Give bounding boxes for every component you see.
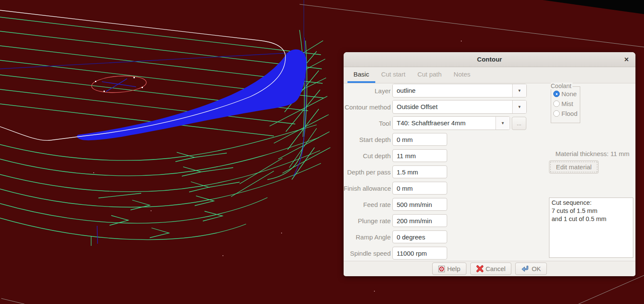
cancel-x-icon	[476, 265, 484, 272]
tool-browse-button[interactable]: ...	[512, 117, 526, 130]
tab-strip: Basic Cut start Cut path Notes	[344, 67, 635, 83]
plunge-rate-label: Plunge rate	[344, 217, 391, 224]
tab-cut-start[interactable]: Cut start	[375, 67, 412, 83]
tab-notes[interactable]: Notes	[448, 67, 476, 83]
layer-row: Layer ▼	[344, 84, 635, 97]
close-icon[interactable]: ✕	[622, 55, 631, 64]
radio-icon[interactable]	[553, 100, 560, 107]
tab-cut-path[interactable]: Cut path	[411, 67, 448, 83]
start-depth-label: Start depth	[344, 136, 391, 143]
cut-sequence-box[interactable]: Cut sequence: 7 cuts of 1.5 mm and 1 cut…	[549, 198, 633, 258]
feed-rate-label: Feed rate	[344, 201, 391, 208]
help-button-label: Help	[447, 265, 460, 272]
spindle-speed-input[interactable]	[392, 247, 447, 260]
depth-per-pass-label: Depth per pass	[344, 168, 391, 176]
contour-method-value[interactable]	[393, 100, 512, 112]
ramp-angle-input[interactable]	[392, 230, 447, 243]
ok-enter-arrow-icon	[521, 265, 529, 272]
dialog-footer: Help Cancel OK	[344, 261, 635, 276]
start-depth-row: Start depth	[344, 133, 635, 146]
finish-allowance-row: Finish allowance	[344, 181, 635, 195]
layer-value[interactable]	[393, 84, 512, 96]
radio-selected-icon[interactable]	[553, 91, 560, 97]
help-button[interactable]: Help	[432, 263, 466, 275]
material-thickness-text: Material thickness: 11 mm	[555, 150, 632, 157]
cut-sequence-line: 7 cuts of 1.5 mm	[552, 207, 631, 215]
cut-sequence-line: Cut sequence:	[552, 199, 631, 207]
help-icon	[438, 266, 445, 272]
ok-button-label: OK	[531, 265, 541, 272]
start-depth-input[interactable]	[392, 133, 447, 146]
dialog-titlebar[interactable]: Contour ✕	[344, 52, 635, 67]
contour-method-label: Contour method	[344, 103, 391, 111]
tool-combo[interactable]: ▼	[392, 116, 510, 130]
contour-method-row: Contour method ▼	[344, 100, 635, 114]
coolant-option-mist[interactable]: Mist	[553, 100, 573, 107]
tool-row: Tool ▼ ...	[344, 116, 635, 130]
tool-value[interactable]	[393, 117, 496, 129]
coolant-group-label: Coolant	[551, 83, 573, 89]
layer-label: Layer	[344, 87, 391, 94]
depth-per-pass-input[interactable]	[392, 165, 447, 178]
edit-material-button[interactable]: Edit material	[549, 160, 599, 174]
finish-allowance-input[interactable]	[392, 182, 447, 195]
coolant-option-none[interactable]: None	[553, 90, 577, 97]
ok-button[interactable]: OK	[515, 263, 547, 275]
tool-label: Tool	[344, 120, 391, 127]
tab-basic[interactable]: Basic	[347, 67, 375, 83]
chevron-down-icon[interactable]: ▼	[512, 100, 526, 113]
coolant-group: Coolant None Mist Flood	[551, 86, 580, 123]
contour-method-combo[interactable]: ▼	[392, 100, 527, 114]
contour-dialog: Contour ✕ Basic Cut start Cut path Notes…	[344, 52, 635, 276]
layer-combo[interactable]: ▼	[392, 84, 527, 97]
cut-depth-label: Cut depth	[344, 152, 391, 159]
cut-sequence-line: and 1 cut of 0.5 mm	[552, 215, 631, 223]
chevron-down-icon[interactable]: ▼	[496, 117, 510, 130]
finish-allowance-label: Finish allowance	[344, 185, 391, 192]
cut-depth-input[interactable]	[392, 149, 447, 162]
radio-icon[interactable]	[553, 110, 560, 117]
cancel-button[interactable]: Cancel	[470, 263, 512, 275]
ramp-angle-label: Ramp Angle	[344, 233, 391, 241]
spindle-speed-label: Spindle speed	[344, 250, 391, 257]
coolant-option-flood[interactable]: Flood	[553, 110, 578, 117]
cancel-button-label: Cancel	[486, 265, 506, 272]
dialog-title: Contour	[344, 52, 635, 67]
chevron-down-icon[interactable]: ▼	[512, 84, 526, 97]
plunge-rate-input[interactable]	[392, 214, 447, 227]
feed-rate-input[interactable]	[392, 198, 447, 211]
